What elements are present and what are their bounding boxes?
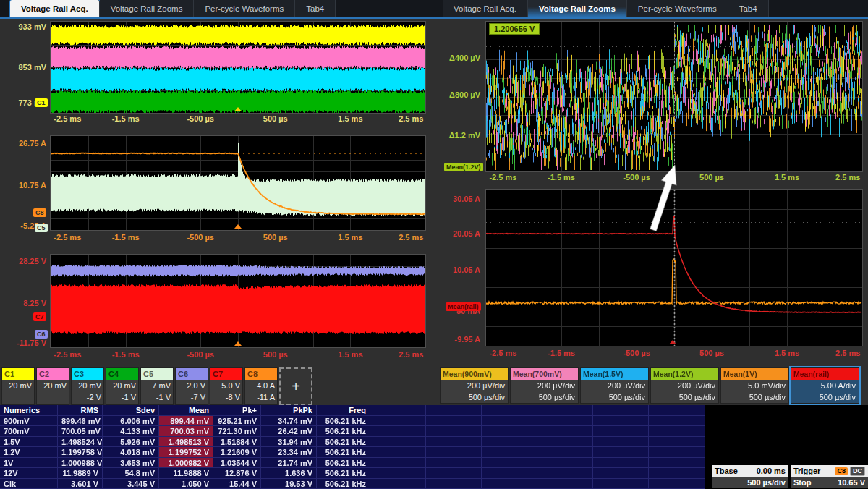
mean-badge-mean-900mv-[interactable]: Mean(900mV)200 µV/div500 µs/div [440,367,509,404]
channel-offset-marker-c6[interactable]: C6 [35,330,48,339]
channel-badge-c1[interactable]: C120 mV [1,367,35,405]
tab-voltage-rail-acq-[interactable]: Voltage Rail Acq. [443,0,528,17]
tab-voltage-rail-zooms[interactable]: Voltage Rail Zooms [100,0,195,17]
time-tick-label: 2.5 ms [835,349,860,357]
numerics-cell: 1.51884 V [213,437,261,448]
trace-label-mean-1v2[interactable]: Mean(1.2V) [444,163,483,171]
waveform-canvas-supply-rails[interactable] [51,255,425,347]
tab-tab4[interactable]: Tab4 [295,0,336,17]
channel-vdiv: 20 mV [37,380,69,391]
mean-badge-mean-1-2v-[interactable]: Mean(1.2V)200 µV/div500 µs/div [650,367,719,404]
y-axis-label: Δ1.2 mV [435,131,480,140]
trigger-box[interactable]: Trigger C8 DC Stop 10.65 V [791,465,868,488]
numerics-cell: 700.03 mV [159,426,213,437]
numerics-empty-cell [537,437,593,448]
acq-voltage-plot[interactable] [51,22,425,113]
mean-tdiv: 500 µs/div [791,391,859,403]
numerics-empty-cell [482,479,537,489]
numerics-row: 12V11.9889 V54.8 mV11.9888 V12.876 V1.63… [0,468,705,479]
channel-offset-marker-c8[interactable]: C8 [33,208,46,217]
numerics-cell: 15.44 V [213,479,261,489]
add-channel-button[interactable]: + [279,367,312,405]
trigger-position-marker[interactable] [234,224,242,229]
channel-vdiv: 20 mV [2,380,34,391]
time-tick-label: -500 µs [187,350,214,359]
channel-badge-c3[interactable]: C320 mV-2 V [71,367,104,405]
time-tick-label: -1.5 ms [548,349,575,357]
numerics-empty-cell [370,437,426,448]
channel-badge-title: C1 [2,368,34,380]
waveform-canvas-current-zoom[interactable] [486,190,862,346]
mean-badge-mean-rail-[interactable]: Mean(rail)5.00 A/div500 µs/div [791,367,859,404]
cursor-readout: 1.200656 V [489,23,540,35]
zoom-voltage-plot[interactable] [486,22,862,171]
numerics-empty-cell [482,426,537,437]
time-tick-label: 500 µs [263,350,288,359]
numerics-cell: 899.46 mV [58,416,103,427]
tab-tab4[interactable]: Tab4 [728,0,769,17]
numerics-header-row: NumericsRMSSdevMeanPk+PkPkFreq [0,405,705,416]
numerics-header-cell: Freq [317,405,370,416]
numerics-empty-cell [649,426,705,437]
channel-offset-marker-c1[interactable]: C1 [35,98,48,107]
trace-label-mean-rail[interactable]: Mean(rail) [446,302,481,311]
acquisition-status: Stop [793,477,811,488]
channel-offset: -1 V [106,391,138,403]
channel-badge-c6[interactable]: C62.0 V-7 V [175,367,208,405]
mean-badge-mean-1-5v-[interactable]: Mean(1.5V)200 µV/div500 µs/div [580,367,649,404]
tab-per-cycle-waveforms[interactable]: Per-cycle Waveforms [194,0,295,17]
time-tick-label: -2.5 ms [54,233,81,242]
numerics-cell: 925.21 mV [213,416,261,427]
y-axis-label: 10.05 A [435,265,480,274]
numerics-cell: 700mV [0,426,58,437]
oscilloscope-app: Voltage Rail Acq.Voltage Rail ZoomsPer-c… [0,0,868,489]
numerics-row: 1.2V1.199758 V4.018 mV1.199752 V1.21609 … [0,447,705,458]
time-tick-label: 1.5 ms [775,349,799,357]
waveform-canvas-load-current[interactable] [51,136,425,230]
acq-rails-plot[interactable] [51,255,425,347]
numerics-cell: 1.636 V [261,468,317,479]
numerics-empty-cell [370,479,426,489]
channel-badge-c7[interactable]: C75.0 V-8 V [210,367,243,405]
numerics-empty-cell [482,468,537,479]
mean-vdiv: 5.0 mV/div [721,380,788,391]
numerics-cell: 6.006 mV [103,416,159,427]
trigger-position-marker[interactable] [234,107,242,111]
trigger-coupling-badge: DC [850,467,865,476]
channel-badge-c5[interactable]: C57 mV-1 V [140,367,174,405]
timebase-box[interactable]: Tbase 0.00 ms 500 µs/div [712,465,788,488]
channel-badge-title: C6 [176,368,208,380]
zoom-current-plot[interactable] [486,190,862,346]
channel-offset [2,391,34,403]
channel-badge-c8[interactable]: C84.0 A-11 A [244,367,278,405]
trigger-position-marker[interactable] [669,340,676,344]
numerics-cell: 900mV [0,416,58,427]
mean-badge-title: Mean(700mV) [511,368,578,380]
mean-badge-mean-700mv-[interactable]: Mean(700mV)200 µV/div500 µs/div [510,367,579,404]
numerics-cell: 21.74 mV [261,458,317,469]
acq-current-plot[interactable] [51,136,425,230]
time-tick-label: 500 µs [263,114,288,123]
y-axis-label: -11.75 V [1,339,46,347]
numerics-cell: 899.44 mV [159,416,213,427]
tab-voltage-rail-zooms[interactable]: Voltage Rail Zooms [528,0,627,17]
numerics-empty-cell [370,447,426,458]
time-tick-label: -2.5 ms [489,349,516,357]
waveform-canvas-voltage-rails[interactable] [51,22,425,113]
numerics-empty-cell [426,416,482,427]
channel-offset-marker-c7[interactable]: C7 [33,312,46,321]
mean-badge-mean-1v-[interactable]: Mean(1V)5.0 mV/div500 µs/div [720,367,789,404]
channel-badge-c4[interactable]: C420 mV-1 V [106,367,139,405]
waveform-canvas-voltage-zoom[interactable] [486,22,862,171]
y-axis-label: -9.95 A [435,335,480,344]
channel-badge-c2[interactable]: C220 mV [36,367,69,405]
channel-offset-marker-c5[interactable]: C5 [35,224,48,232]
mean-tdiv: 500 µs/div [441,391,508,403]
numerics-cell: 721.30 mV [213,426,261,437]
numerics-empty-cell [537,405,593,416]
time-tick-label: 500 µs [263,233,288,242]
trigger-position-marker[interactable] [234,341,242,346]
tab-per-cycle-waveforms[interactable]: Per-cycle Waveforms [627,0,728,17]
tab-voltage-rail-acq-[interactable]: Voltage Rail Acq. [10,0,100,17]
time-tick-label: 500 µs [699,349,724,357]
